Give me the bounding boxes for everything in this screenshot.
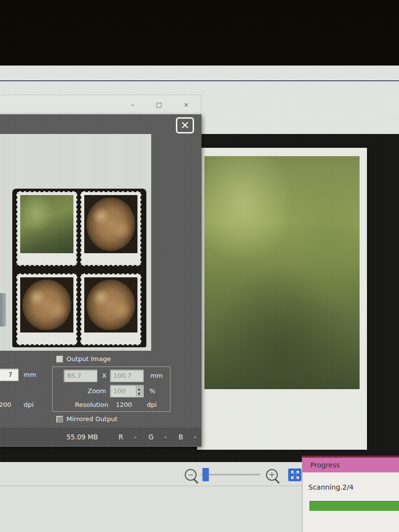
window-top-accent-line: [0, 80, 399, 81]
mirrored-output-checkbox[interactable]: [56, 416, 63, 423]
scanner-edge-part: [0, 293, 6, 327]
spinner-down-icon[interactable]: ▼: [136, 392, 142, 397]
zoom-in-icon-handle: [275, 479, 280, 484]
resolution-unit-label: dpi: [147, 401, 157, 408]
channel-g-value: -: [165, 433, 167, 441]
zoom-label: Zoom: [88, 387, 106, 395]
film-holder-tray: [12, 189, 146, 347]
channel-r-label: R: [119, 433, 123, 441]
scan-thumbnail-2[interactable]: [80, 191, 141, 266]
scan-settings-dialog: – □ × ✕ Output Im: [0, 95, 201, 447]
size-unit-label: mm: [150, 372, 163, 379]
progress-window-titlebar: Progress: [302, 458, 399, 472]
zoom-in-icon: +: [267, 470, 277, 480]
channel-g-label: G: [148, 433, 153, 441]
output-width-field[interactable]: 85.7: [64, 369, 98, 382]
spinner-up-icon[interactable]: ▲: [136, 387, 142, 392]
left-width-field[interactable]: 7: [0, 368, 19, 381]
channel-b-value: -: [194, 433, 197, 441]
dialog-body: ✕ Output Image 85.7: [0, 114, 201, 447]
scan-thumbnail-3[interactable]: [16, 273, 77, 345]
minimize-button[interactable]: –: [126, 100, 139, 110]
zoom-slider-handle[interactable]: [202, 468, 209, 481]
progress-window: Progress Scanning.2/4: [302, 456, 399, 532]
zoom-out-icon: −: [186, 470, 196, 480]
zoom-slider-track[interactable]: [201, 474, 260, 475]
scan-bed-panel: [0, 134, 151, 351]
thumbnail-photo-placeholder: [20, 195, 73, 253]
thumbnail-photo-placeholder: [84, 277, 137, 332]
monitor-screen: − +: [0, 66, 399, 532]
large-photo-placeholder: [204, 156, 360, 389]
dialog-titlebar[interactable]: – □ ×: [0, 95, 201, 114]
scanning-status-text: Scanning.2/4: [308, 483, 354, 491]
zoom-spinner[interactable]: ▲▼: [136, 386, 142, 396]
thumbnail-photo-placeholder: [84, 195, 137, 253]
zoom-unit-label: %: [149, 387, 155, 395]
zoom-value: 100: [113, 387, 126, 395]
zoom-in-button[interactable]: +: [266, 469, 278, 481]
scan-thumbnail-1[interactable]: [16, 191, 77, 266]
monitor-photo-background: − +: [0, 0, 399, 532]
resolution-value: 1200: [116, 401, 132, 408]
scan-thumbnail-4[interactable]: [80, 273, 141, 345]
expand-arrows-icon: [291, 470, 299, 479]
zoom-out-icon-handle: [194, 479, 199, 484]
fit-to-screen-button[interactable]: [288, 468, 301, 481]
left-width-unit-label: mm: [24, 371, 36, 378]
mirrored-output-label: Mirrored Output: [66, 415, 118, 423]
dialog-status-bar: 55.09 MB R - G - B -: [0, 428, 201, 446]
channel-b-label: B: [178, 433, 183, 441]
left-resolution-unit-label: dpi: [24, 401, 33, 408]
size-separator-label: X: [102, 372, 106, 379]
thumbnail-photo-placeholder: [20, 277, 73, 332]
maximize-button[interactable]: □: [153, 100, 166, 110]
large-polaroid-preview: [197, 148, 367, 450]
channel-r-value: -: [134, 433, 136, 441]
zoom-value-field[interactable]: 100 ▲▼: [110, 385, 144, 398]
scan-progress-bar: [309, 501, 399, 511]
dialog-close-button[interactable]: ✕: [176, 117, 194, 133]
resolution-label: Resolution: [75, 401, 108, 408]
zoom-out-button[interactable]: −: [185, 469, 197, 481]
output-image-checkbox[interactable]: [56, 356, 63, 363]
window-close-button[interactable]: ×: [180, 100, 193, 110]
output-image-label: Output Image: [66, 355, 111, 363]
output-height-field[interactable]: 100.7: [110, 369, 144, 382]
file-size-value: 55.09 MB: [66, 433, 98, 441]
left-resolution-value: 200: [0, 401, 11, 408]
